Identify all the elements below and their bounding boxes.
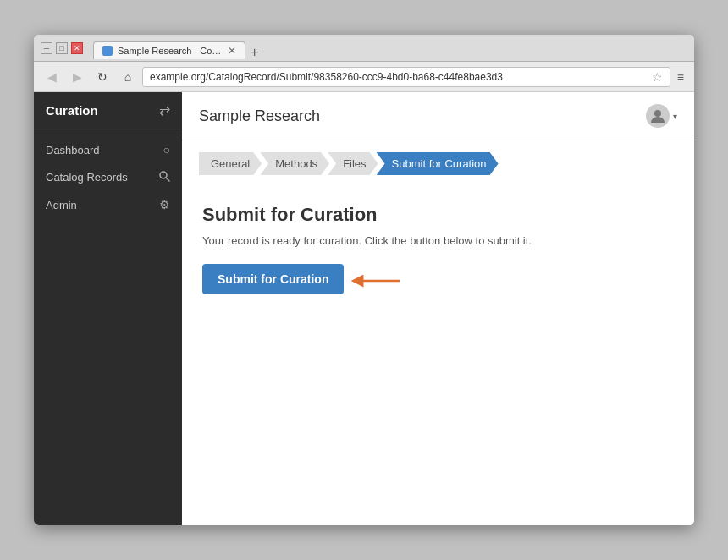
new-tab-button[interactable]: +	[245, 46, 263, 59]
browser-tab[interactable]: Sample Research - Colect... ✕	[93, 41, 245, 59]
section-title: Submit for Curation	[202, 204, 674, 226]
dashboard-icon: ○	[163, 143, 170, 156]
title-bar: ─ □ ✕ Sample Research - Colect... ✕ +	[34, 35, 694, 62]
menu-icon[interactable]: ≡	[674, 70, 687, 84]
sidebar-item-admin-label: Admin	[46, 199, 77, 211]
arrow-annotation	[349, 268, 408, 294]
step-files-label: Files	[343, 157, 366, 170]
svg-point-2	[654, 110, 661, 117]
content-area: Curation ⇄ Dashboard ○ Catalog Records	[34, 92, 694, 525]
window-controls: ─ □ ✕	[41, 42, 83, 54]
sidebar-item-dashboard[interactable]: Dashboard ○	[34, 136, 182, 163]
step-general[interactable]: General	[199, 152, 262, 175]
sidebar-title: Curation	[46, 103, 98, 118]
sidebar-item-catalog-records[interactable]: Catalog Records	[34, 163, 182, 191]
step-methods-label: Methods	[275, 157, 317, 170]
tabs-bar: Sample Research - Colect... ✕ +	[90, 37, 687, 59]
maximize-button[interactable]: □	[56, 42, 68, 54]
sidebar-nav: Dashboard ○ Catalog Records Admin ⚙	[34, 129, 182, 225]
page-content: Sample Research ▾ General	[182, 92, 694, 525]
admin-gear-icon: ⚙	[159, 198, 170, 211]
refresh-button[interactable]: ↻	[91, 66, 113, 88]
close-button[interactable]: ✕	[71, 42, 83, 54]
step-methods[interactable]: Methods	[260, 152, 329, 175]
submit-for-curation-button[interactable]: Submit for Curation	[202, 264, 344, 294]
svg-line-1	[166, 178, 169, 181]
section-description: Your record is ready for curation. Click…	[202, 234, 674, 247]
forward-button[interactable]: ▶	[66, 66, 88, 88]
user-menu[interactable]: ▾	[646, 104, 677, 128]
tab-favicon	[102, 46, 113, 56]
user-dropdown-arrow: ▾	[673, 112, 677, 121]
page-title: Sample Research	[199, 107, 320, 125]
sidebar-item-catalog-records-label: Catalog Records	[46, 171, 128, 184]
bookmark-icon[interactable]: ☆	[652, 70, 663, 84]
address-bar[interactable]: example.org/CatalogRecord/Submit/9835826…	[142, 67, 670, 87]
catalog-records-icon	[158, 170, 170, 184]
url-text: example.org/CatalogRecord/Submit/9835826…	[150, 71, 648, 83]
sidebar: Curation ⇄ Dashboard ○ Catalog Records	[34, 92, 182, 525]
step-submit[interactable]: Submit for Curation	[377, 152, 499, 175]
sidebar-header: Curation ⇄	[34, 92, 182, 129]
sidebar-item-dashboard-label: Dashboard	[46, 144, 100, 156]
back-button[interactable]: ◀	[41, 66, 63, 88]
submit-row: Submit for Curation	[202, 264, 674, 294]
step-submit-label: Submit for Curation	[392, 157, 487, 170]
page-body: Submit for Curation Your record is ready…	[182, 187, 694, 311]
tab-title: Sample Research - Colect...	[118, 46, 223, 56]
sidebar-transfer-icon[interactable]: ⇄	[159, 102, 170, 118]
nav-bar: ◀ ▶ ↻ ⌂ example.org/CatalogRecord/Submit…	[34, 62, 694, 92]
step-general-label: General	[211, 157, 250, 170]
user-avatar	[646, 104, 670, 128]
step-files[interactable]: Files	[328, 152, 378, 175]
page-header: Sample Research ▾	[182, 92, 694, 140]
sidebar-item-admin[interactable]: Admin ⚙	[34, 191, 182, 218]
browser-window: ─ □ ✕ Sample Research - Colect... ✕ + ◀ …	[34, 35, 694, 525]
steps-bar: General Methods Files Submit for Curatio…	[182, 140, 694, 187]
home-button[interactable]: ⌂	[117, 66, 139, 88]
minimize-button[interactable]: ─	[41, 42, 52, 54]
tab-close-button[interactable]: ✕	[228, 45, 236, 57]
